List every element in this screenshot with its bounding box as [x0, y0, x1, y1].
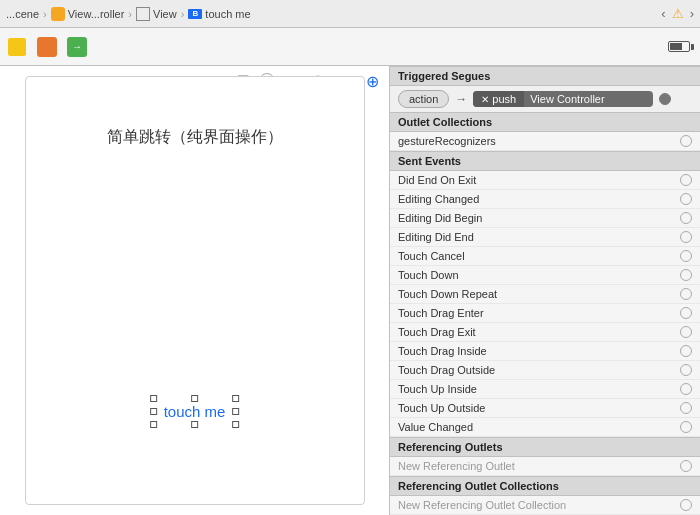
touch-drag-exit-circle[interactable] [680, 326, 692, 338]
breadcrumb-scene-label: ...cene [6, 8, 39, 20]
touch-drag-outside-row: Touch Drag Outside [390, 361, 700, 380]
battery-body [668, 41, 690, 52]
did-end-on-exit-circle[interactable] [680, 174, 692, 186]
touch-drag-inside-row: Touch Drag Inside [390, 342, 700, 361]
segue-type: ✕ push [473, 91, 524, 107]
green-arrow-icon: → [67, 37, 87, 57]
ios-preview-panel: ☰ ? ⊞ ⬇ ▤ ⊕ 简单跳转（纯界面操作） tou [0, 66, 390, 515]
breadcrumb-sep-2: › [128, 8, 132, 20]
orange-3d-tool[interactable] [36, 36, 58, 58]
touch-drag-enter-label: Touch Drag Enter [398, 307, 680, 319]
breadcrumb-touchme[interactable]: B touch me [188, 8, 250, 20]
value-changed-label: Value Changed [398, 421, 680, 433]
breadcrumb-scene[interactable]: ...cene [6, 8, 39, 20]
touch-up-inside-label: Touch Up Inside [398, 383, 680, 395]
touch-up-outside-circle[interactable] [680, 402, 692, 414]
gesture-recognizers-circle[interactable] [680, 135, 692, 147]
touch-down-repeat-label: Touch Down Repeat [398, 288, 680, 300]
touch-up-inside-row: Touch Up Inside [390, 380, 700, 399]
action-segue-row: action → ✕ push View Controller [390, 86, 700, 112]
toolbar-left: → [6, 36, 88, 58]
segue-type-label: push [492, 93, 516, 105]
segue-destination: ✕ push View Controller [473, 91, 653, 107]
main-content: ☰ ? ⊞ ⬇ ▤ ⊕ 简单跳转（纯界面操作） tou [0, 66, 700, 515]
value-changed-row: Value Changed [390, 418, 700, 437]
touch-drag-inside-circle[interactable] [680, 345, 692, 357]
breadcrumb-view-label: View [153, 8, 177, 20]
battery-fill [670, 43, 682, 50]
touch-drag-outside-circle[interactable] [680, 364, 692, 376]
editing-changed-circle[interactable] [680, 193, 692, 205]
breadcrumb-viewroller[interactable]: View...roller [51, 7, 125, 21]
new-ref-outlet-collection-circle[interactable] [680, 499, 692, 511]
nav-right-controls: ‹ ⚠ › [661, 6, 694, 21]
touch-drag-enter-circle[interactable] [680, 307, 692, 319]
touch-cancel-circle[interactable] [680, 250, 692, 262]
value-changed-circle[interactable] [680, 421, 692, 433]
segue-arrow-icon: → [455, 92, 467, 106]
ref-outlet-collections-header: Referencing Outlet Collections [390, 476, 700, 496]
new-ref-outlet-row: New Referencing Outlet [390, 457, 700, 476]
viewroller-icon [51, 7, 65, 21]
did-end-on-exit-row: Did End On Exit [390, 171, 700, 190]
outlet-collections-header: Outlet Collections [390, 112, 700, 132]
touch-up-outside-label: Touch Up Outside [398, 402, 680, 414]
main-toolbar: → [0, 28, 700, 66]
gesture-recognizers-label: gestureRecognizers [398, 135, 680, 147]
orange-cube-icon [37, 37, 57, 57]
sent-events-list: Did End On ExitEditing ChangedEditing Di… [390, 171, 700, 437]
touch-up-inside-circle[interactable] [680, 383, 692, 395]
touch-cancel-label: Touch Cancel [398, 250, 680, 262]
touch-drag-enter-row: Touch Drag Enter [390, 304, 700, 323]
new-ref-outlet-collection-label: New Referencing Outlet Collection [398, 499, 680, 511]
new-ref-outlet-label: New Referencing Outlet [398, 460, 680, 472]
editing-did-begin-row: Editing Did Begin [390, 209, 700, 228]
nav-back-button[interactable]: ‹ [661, 6, 665, 21]
screen-title: 简单跳转（纯界面操作） [107, 127, 283, 148]
touch-button-container: touch me [154, 399, 236, 424]
editing-did-end-label: Editing Did End [398, 231, 680, 243]
segue-action-pill[interactable]: action [398, 90, 449, 108]
toolbar-right [668, 41, 694, 52]
breadcrumb-touchme-label: touch me [205, 8, 250, 20]
nav-forward-button[interactable]: › [690, 6, 694, 21]
editing-changed-row: Editing Changed [390, 190, 700, 209]
touch-drag-exit-row: Touch Drag Exit [390, 323, 700, 342]
green-arrow-tool[interactable]: → [66, 36, 88, 58]
segue-close-icon[interactable]: ✕ [481, 94, 489, 105]
touch-down-label: Touch Down [398, 269, 680, 281]
editing-did-end-circle[interactable] [680, 231, 692, 243]
touch-down-repeat-circle[interactable] [680, 288, 692, 300]
nav-bar: ...cene › View...roller › View › B touch… [0, 0, 700, 28]
gesture-recognizers-row: gestureRecognizers [390, 132, 700, 151]
touch-down-row: Touch Down [390, 266, 700, 285]
editing-did-end-row: Editing Did End [390, 228, 700, 247]
segue-radio[interactable] [659, 93, 671, 105]
yellow-square-icon [8, 38, 26, 56]
touch-drag-inside-label: Touch Drag Inside [398, 345, 680, 357]
touch-down-repeat-row: Touch Down Repeat [390, 285, 700, 304]
ios-screen: 简单跳转（纯界面操作） touch me [25, 76, 365, 505]
new-ref-outlet-circle[interactable] [680, 460, 692, 472]
triggered-segues-header: Triggered Segues [390, 66, 700, 86]
view-rect-icon [136, 7, 150, 21]
breadcrumb-sep-1: › [43, 8, 47, 20]
touch-cancel-row: Touch Cancel [390, 247, 700, 266]
touch-me-button[interactable]: touch me [154, 399, 236, 424]
editing-changed-label: Editing Changed [398, 193, 680, 205]
breadcrumb-sep-3: › [181, 8, 185, 20]
breadcrumb-viewroller-label: View...roller [68, 8, 125, 20]
yellow-sq-tool[interactable] [6, 36, 28, 58]
touch-up-outside-row: Touch Up Outside [390, 399, 700, 418]
blue-b-icon: B [188, 9, 202, 19]
breadcrumb-view[interactable]: View [136, 7, 177, 21]
editing-did-begin-circle[interactable] [680, 212, 692, 224]
touch-drag-exit-label: Touch Drag Exit [398, 326, 680, 338]
battery-indicator [668, 41, 694, 52]
nav-warning-icon: ⚠ [672, 6, 684, 21]
touch-down-circle[interactable] [680, 269, 692, 281]
connections-panel: Triggered Segues action → ✕ push View Co… [390, 66, 700, 515]
editing-did-begin-label: Editing Did Begin [398, 212, 680, 224]
button-area: touch me [154, 399, 236, 424]
referencing-outlets-header: Referencing Outlets [390, 437, 700, 457]
